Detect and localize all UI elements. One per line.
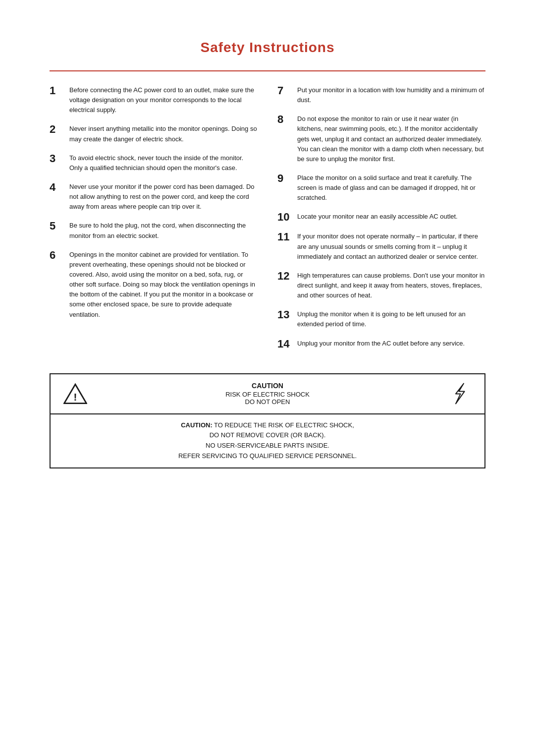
instruction-item: 10 Locate your monitor near an easily ac…	[277, 212, 485, 223]
instruction-item: 7 Put your monitor in a location with lo…	[277, 85, 485, 105]
item-text: Unplug your monitor from the AC outlet b…	[297, 339, 465, 349]
item-number: 1	[50, 85, 63, 96]
item-text: Never use your monitor if the power cord…	[69, 182, 258, 212]
item-number: 12	[277, 271, 291, 282]
instruction-item: 14 Unplug your monitor from the AC outle…	[277, 339, 485, 349]
caution-line1: RISK OF ELECTRIC SHOCK	[90, 391, 445, 398]
item-number: 9	[277, 173, 291, 184]
item-text: Before connecting the AC power cord to a…	[69, 85, 258, 115]
content-area: 1 Before connecting the AC power cord to…	[50, 85, 485, 358]
item-number: 11	[277, 232, 291, 242]
item-text: Be sure to hold the plug, not the cord, …	[69, 221, 258, 240]
instruction-item: 5 Be sure to hold the plug, not the cord…	[50, 221, 258, 240]
item-number: 5	[50, 221, 63, 232]
item-number: 8	[277, 114, 291, 125]
item-number: 7	[277, 85, 291, 96]
item-number: 14	[277, 339, 291, 349]
item-number: 13	[277, 309, 291, 320]
caution-center-text: CAUTION RISK OF ELECTRIC SHOCK DO NOT OP…	[90, 382, 445, 406]
item-number: 2	[50, 124, 63, 135]
caution-top-section: ! CAUTION RISK OF ELECTRIC SHOCK DO NOT …	[51, 374, 484, 414]
item-number: 10	[277, 212, 291, 223]
item-text: Openings in the monitor cabinet are prov…	[69, 250, 258, 320]
instruction-item: 8 Do not expose the monitor to rain or u…	[277, 114, 485, 164]
title-divider	[50, 70, 485, 71]
warning-triangle-icon: !	[60, 380, 90, 407]
item-text: Do not expose the monitor to rain or use…	[297, 114, 485, 164]
caution-bottom-text3: NO USER-SERVICEABLE PARTS INSIDE.	[206, 442, 329, 449]
item-number: 3	[50, 153, 63, 164]
instruction-item: 6 Openings in the monitor cabinet are pr…	[50, 250, 258, 320]
item-text: Place the monitor on a solid surface and…	[297, 173, 485, 203]
instruction-item: 13 Unplug the monitor when it is going t…	[277, 309, 485, 329]
caution-title: CAUTION	[90, 382, 445, 390]
item-number: 4	[50, 182, 63, 193]
svg-marker-2	[456, 384, 465, 404]
caution-bottom-bold: CAUTION:	[181, 421, 213, 429]
lightning-bolt-icon	[445, 380, 475, 407]
item-text: Unplug the monitor when it is going to b…	[297, 309, 485, 329]
instruction-item: 9 Place the monitor on a solid surface a…	[277, 173, 485, 203]
left-column: 1 Before connecting the AC power cord to…	[50, 85, 258, 358]
caution-box: ! CAUTION RISK OF ELECTRIC SHOCK DO NOT …	[50, 373, 485, 468]
instruction-item: 3 To avoid electric shock, never touch t…	[50, 153, 258, 173]
caution-bottom-text2: DO NOT REMOVE COVER (OR BACK).	[210, 431, 326, 439]
item-text: Put your monitor in a location with low …	[297, 85, 485, 105]
item-text: To avoid electric shock, never touch the…	[69, 153, 258, 173]
caution-bottom-text1: TO REDUCE THE RISK OF ELECTRIC SHOCK,	[213, 421, 354, 429]
svg-text:!: !	[74, 391, 77, 403]
caution-bottom-text4: REFER SERVICING TO QUALIFIED SERVICE PER…	[178, 452, 357, 460]
instruction-item: 4 Never use your monitor if the power co…	[50, 182, 258, 212]
caution-line2: DO NOT OPEN	[90, 398, 445, 406]
caution-bottom-section: CAUTION: TO REDUCE THE RISK OF ELECTRIC …	[51, 414, 484, 467]
item-text: Locate your monitor near an easily acces…	[297, 212, 458, 222]
instruction-item: 2 Never insert anything metallic into th…	[50, 124, 258, 144]
instruction-item: 11 If your monitor does not operate norm…	[277, 232, 485, 261]
item-text: If your monitor does not operate normall…	[297, 232, 485, 261]
instruction-item: 1 Before connecting the AC power cord to…	[50, 85, 258, 115]
right-column: 7 Put your monitor in a location with lo…	[277, 85, 485, 358]
instruction-item: 12 High temperatures can cause problems.…	[277, 271, 485, 300]
item-text: Never insert anything metallic into the …	[69, 124, 258, 144]
item-number: 6	[50, 250, 63, 261]
item-text: High temperatures can cause problems. Do…	[297, 271, 485, 300]
page-title: Safety Instructions	[50, 40, 485, 56]
